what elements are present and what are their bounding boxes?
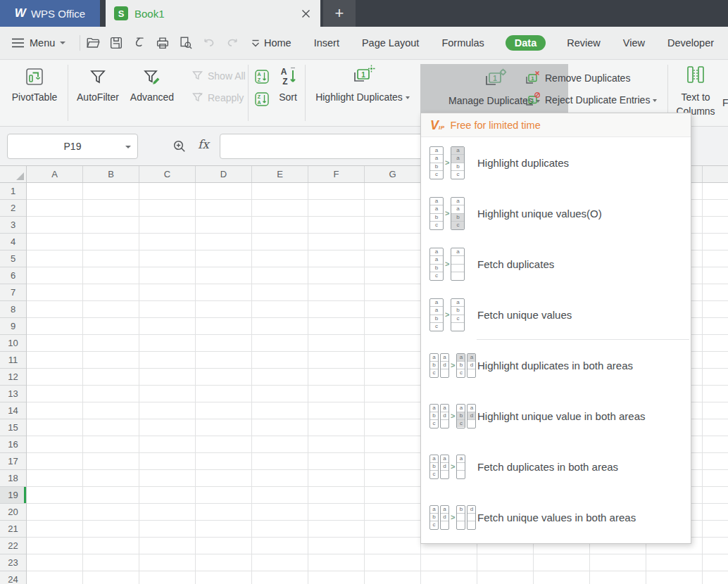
- row-header[interactable]: 21: [0, 521, 26, 538]
- column-header[interactable]: D: [196, 166, 252, 182]
- new-tab-button[interactable]: +: [323, 0, 356, 27]
- menu-label: Menu: [30, 37, 55, 49]
- arrow-icon: >: [445, 159, 449, 167]
- sort-button[interactable]: AZ Sort: [272, 65, 304, 103]
- row-header[interactable]: 23: [0, 554, 26, 571]
- advanced-filter-button[interactable]: Advanced: [127, 67, 177, 103]
- print-icon[interactable]: [154, 34, 171, 51]
- ribbon-tab[interactable]: Review: [565, 35, 602, 51]
- dropdown-header: VIP Free for limited time: [421, 113, 691, 137]
- select-all-corner[interactable]: [0, 166, 27, 183]
- svg-text:1: 1: [361, 71, 365, 79]
- duplicate-transform-icon: abcad > a: [429, 455, 477, 479]
- duplicate-transform-icon: aabc > a: [429, 248, 477, 281]
- dropdown-menu-item[interactable]: abcad > bd Fetch unique values in both a…: [421, 492, 691, 542]
- ribbon-tab[interactable]: Data: [506, 35, 546, 51]
- name-box-caret-icon[interactable]: [125, 146, 131, 148]
- row-header[interactable]: 4: [0, 234, 26, 250]
- row-header[interactable]: 22: [0, 538, 26, 554]
- row-header[interactable]: 3: [0, 217, 26, 234]
- highlight-duplicates-button[interactable]: 1 Highlight Duplicates: [308, 64, 418, 103]
- row-header[interactable]: 9: [0, 318, 26, 335]
- open-file-icon[interactable]: [84, 34, 101, 51]
- row-header[interactable]: 19: [0, 487, 26, 504]
- text-to-columns-button[interactable]: Text to Columns: [669, 63, 722, 118]
- close-tab-icon[interactable]: [299, 7, 312, 20]
- show-all-button[interactable]: Show All: [192, 70, 246, 82]
- duplicate-transform-icon: abcad > abcad: [429, 404, 477, 429]
- more-commands-icon[interactable]: [247, 34, 264, 51]
- row-header[interactable]: 16: [0, 436, 26, 453]
- before-state-icon: aabc: [429, 197, 444, 230]
- row-header[interactable]: 18: [0, 470, 26, 487]
- redo-icon[interactable]: [224, 34, 241, 51]
- ribbon-tab[interactable]: Developer: [666, 35, 715, 51]
- name-box[interactable]: P19: [7, 134, 138, 159]
- ribbon-tab[interactable]: Home: [263, 35, 293, 51]
- row-header[interactable]: 7: [0, 284, 26, 301]
- document-title: Book1: [134, 8, 165, 20]
- after-state-icon: abcad: [456, 353, 476, 378]
- ribbon-tab[interactable]: View: [622, 35, 646, 51]
- ribbon-tab[interactable]: Formulas: [440, 35, 485, 51]
- pivottable-button[interactable]: PivotTable: [3, 65, 66, 103]
- reject-duplicate-entries-button[interactable]: 1 Reject Duplicate Entries: [524, 92, 657, 108]
- row-header[interactable]: 17: [0, 453, 26, 470]
- remove-duplicates-button[interactable]: 1 Remove Duplicates: [524, 70, 630, 86]
- dropdown-menu-item[interactable]: abcad > abcad Highlight duplicates in bo…: [421, 340, 691, 391]
- autofilter-button[interactable]: AutoFilter: [70, 67, 125, 103]
- ribbon-tab[interactable]: Insert: [313, 35, 341, 51]
- before-state-icon: abcad: [429, 404, 449, 429]
- menu-button[interactable]: Menu: [11, 27, 65, 59]
- document-tab-book1[interactable]: S Book1: [106, 0, 320, 27]
- after-state-icon: abc: [451, 298, 465, 331]
- divider: [305, 65, 306, 121]
- row-header[interactable]: 6: [0, 267, 26, 284]
- print-preview-icon[interactable]: [177, 34, 194, 51]
- divider: [80, 35, 80, 51]
- column-header[interactable]: E: [252, 166, 308, 182]
- reapply-button[interactable]: Reapply: [192, 91, 244, 103]
- save-icon[interactable]: [108, 34, 125, 51]
- reject-duplicate-entries-icon: 1: [524, 92, 541, 108]
- row-header[interactable]: 11: [0, 352, 26, 369]
- row-header[interactable]: 2: [0, 200, 26, 217]
- dropdown-menu-item[interactable]: aabc > aabc Highlight unique values(O): [421, 188, 691, 239]
- column-header[interactable]: F: [308, 166, 365, 182]
- row-header[interactable]: 5: [0, 250, 26, 267]
- promo-label: Free for limited time: [451, 120, 541, 131]
- dropdown-menu-item[interactable]: abcad > a Fetch duplicates in both areas: [421, 441, 691, 492]
- sort-descending-icon[interactable]: ZA: [253, 91, 270, 108]
- column-header[interactable]: G: [365, 166, 421, 182]
- column-header[interactable]: C: [139, 166, 196, 182]
- column-header[interactable]: A: [27, 166, 83, 182]
- wps-office-home-button[interactable]: W WPS Office: [0, 0, 100, 27]
- insert-function-button[interactable]: fx: [198, 137, 209, 151]
- undo-icon[interactable]: [201, 34, 218, 51]
- wps-spreadsheet-window: W WPS Office S Book1 + Menu: [0, 0, 728, 584]
- dropdown-menu-item[interactable]: aabc > a Fetch duplicates: [421, 239, 691, 289]
- export-pdf-icon[interactable]: [131, 34, 148, 51]
- row-header[interactable]: 1: [0, 183, 26, 200]
- menu-item-label: Fetch duplicates: [477, 258, 554, 270]
- row-header[interactable]: 13: [0, 386, 26, 402]
- row-header[interactable]: 15: [0, 419, 26, 436]
- arrow-icon: >: [451, 362, 455, 369]
- row-header[interactable]: 8: [0, 301, 26, 318]
- dropdown-menu-item[interactable]: aabc > abc Fetch unique values: [421, 289, 691, 340]
- row-header[interactable]: 24: [0, 571, 26, 584]
- dropdown-menu-item[interactable]: aabc > aabc Highlight duplicates: [421, 137, 691, 188]
- row-header[interactable]: 12: [0, 369, 26, 386]
- zoom-selection-icon[interactable]: [172, 139, 187, 154]
- row-header[interactable]: 10: [0, 335, 26, 352]
- row-header[interactable]: 14: [0, 402, 26, 419]
- ribbon-tab[interactable]: Page Layout: [360, 35, 420, 51]
- cell-reference: P19: [64, 141, 82, 152]
- row-header[interactable]: 20: [0, 504, 26, 521]
- sort-ascending-icon[interactable]: AZ: [253, 68, 270, 85]
- dropdown-menu-item[interactable]: abcad > abcad Highlight unique value in …: [421, 391, 691, 441]
- svg-text:Z: Z: [282, 77, 287, 87]
- before-state-icon: abcad: [429, 353, 449, 378]
- column-header[interactable]: B: [83, 166, 139, 182]
- arrow-icon: >: [445, 260, 449, 268]
